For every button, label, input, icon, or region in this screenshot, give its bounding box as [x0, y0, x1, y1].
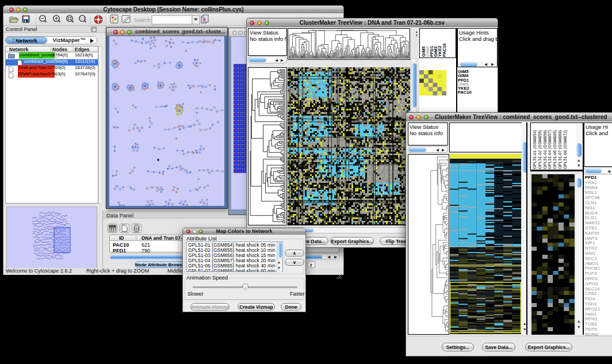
svg-text:1:1: 1:1: [81, 17, 85, 20]
svg-text:GPL51-04 (GSM857): GPL51-04 (GSM857): [547, 130, 552, 169]
svg-text:GPL51-01 (GSM854): GPL51-01 (GSM854): [532, 130, 537, 169]
svg-text:Search:: Search:: [134, 17, 152, 23]
svg-text:GPL51-02 (GSM855): GPL51-02 (GSM855): [537, 130, 542, 169]
svg-text:GPL51-06 (GSM865): GPL51-06 (GSM865): [552, 130, 557, 169]
svg-text:GPL51-08 (GSM872): GPL51-08 (GSM872): [563, 130, 568, 169]
svg-text:GPL51-03 (GSM856): GPL51-03 (GSM856): [542, 130, 548, 169]
svg-text:PAC10: PAC10: [442, 43, 447, 57]
svg-text:GPL51-07 (GSM868): GPL51-07 (GSM868): [557, 130, 563, 169]
